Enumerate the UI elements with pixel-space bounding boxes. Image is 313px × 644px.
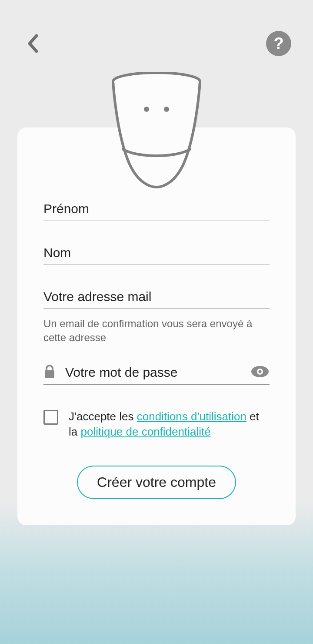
terms-link[interactable]: conditions d'utilisation	[137, 410, 246, 423]
svg-point-1	[144, 107, 149, 112]
consent-text: J'accepte les conditions d'utilisation e…	[69, 409, 270, 439]
lock-icon	[43, 364, 56, 381]
cta-container: Créer votre compte	[43, 466, 270, 499]
svg-point-6	[259, 370, 262, 373]
chevron-left-icon	[26, 34, 39, 53]
email-helper-text: Un email de confirmation vous sera envoy…	[43, 317, 270, 345]
svg-point-2	[164, 107, 169, 112]
consent-prefix: J'accepte les	[69, 410, 137, 423]
firstname-input[interactable]	[43, 197, 270, 221]
top-bar: ?	[0, 30, 313, 57]
email-input[interactable]	[43, 285, 270, 309]
svg-rect-3	[45, 370, 54, 378]
back-button[interactable]	[22, 33, 43, 54]
password-field-row	[43, 361, 270, 385]
privacy-link[interactable]: politique de confidentialité	[80, 425, 210, 438]
toggle-password-visibility[interactable]	[245, 363, 270, 382]
password-input[interactable]	[65, 365, 245, 380]
eye-icon	[250, 365, 270, 378]
help-button[interactable]: ?	[266, 31, 291, 56]
consent-row: J'accepte les conditions d'utilisation e…	[43, 409, 270, 439]
mascot-illustration	[111, 72, 202, 191]
consent-checkbox[interactable]	[43, 410, 58, 425]
question-mark-icon: ?	[273, 35, 283, 52]
lastname-input[interactable]	[43, 241, 270, 265]
create-account-button[interactable]: Créer votre compte	[77, 466, 236, 499]
